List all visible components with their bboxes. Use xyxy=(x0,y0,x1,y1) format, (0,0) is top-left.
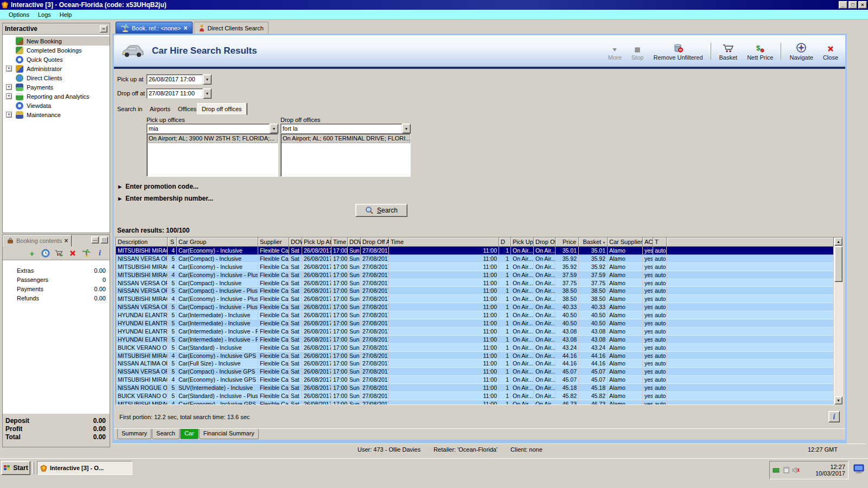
membership-number-expander[interactable]: ▶ Enter membership number... xyxy=(118,195,213,202)
column-header[interactable]: AC xyxy=(643,237,653,247)
result-row[interactable]: BUICK VERANO OR S... 5 Car(Standard) - I… xyxy=(116,392,834,400)
result-row[interactable]: HYUNDAI ELANTRA ... 5 Car(Intermediate) … xyxy=(116,311,834,319)
menu-logs[interactable]: Logs xyxy=(34,10,55,19)
close-panel-icon[interactable]: × xyxy=(64,237,68,245)
tab-close-icon[interactable]: × xyxy=(184,24,188,32)
network-icon[interactable] xyxy=(773,467,781,473)
info-button[interactable]: i xyxy=(828,411,840,422)
result-row[interactable]: NISSAN VERSA OR S... 5 Car(Compact) - In… xyxy=(116,255,834,263)
stop-button[interactable]: Stop xyxy=(627,40,649,63)
column-header[interactable]: S xyxy=(168,237,177,247)
panel-maximize-button[interactable]: □ xyxy=(100,236,108,243)
expand-plus-icon[interactable]: + xyxy=(6,112,12,118)
expand-plus-icon[interactable]: + xyxy=(6,84,12,90)
sidebar-item[interactable]: + Direct Clients xyxy=(3,73,110,82)
remove-unfiltered-button[interactable]: Remove Unfiltered xyxy=(648,40,707,63)
result-row[interactable]: NISSAN VERSA OR S... 5 Car(Compact) - In… xyxy=(116,303,834,311)
window-tray-icon[interactable] xyxy=(783,467,790,473)
pickup-at-field[interactable]: 26/08/2017 17:00 ▼ xyxy=(146,74,212,85)
column-header[interactable]: DOW xyxy=(289,237,302,247)
column-header[interactable]: Car Group xyxy=(177,237,258,247)
result-row[interactable]: BUICK VERANO OR S... 5 Car(Standard) - I… xyxy=(116,344,834,352)
search-in-tab-airports[interactable]: Airports xyxy=(145,104,175,114)
sidebar-item[interactable]: + Viewdata xyxy=(3,101,110,110)
column-header[interactable]: Supplier xyxy=(258,237,289,247)
column-header[interactable]: Pick Up At xyxy=(302,237,331,247)
result-row[interactable]: MITSUBISHI MIRAGE... 4 Car(Economy) - In… xyxy=(116,352,834,360)
chevron-down-icon[interactable]: ▼ xyxy=(402,124,411,133)
basket-button[interactable]: Basket xyxy=(714,40,743,63)
promotion-code-expander[interactable]: ▶ Enter promotion code... xyxy=(118,183,199,190)
tab-direct-clients-search[interactable]: Direct Clients Search xyxy=(194,22,269,34)
clock-icon[interactable] xyxy=(41,249,50,258)
taskbar-task-interactive[interactable]: Interactive [3] - O... xyxy=(37,461,132,475)
sidebar-item[interactable]: + Maintenance xyxy=(3,110,110,119)
palm-tree-icon[interactable] xyxy=(82,249,91,258)
result-row[interactable]: NISSAN VERSA OR S... 5 Car(Compact) - In… xyxy=(116,287,834,295)
expand-plus-icon[interactable]: + xyxy=(6,93,12,99)
column-header[interactable]: Price xyxy=(556,237,579,247)
column-header[interactable] xyxy=(667,237,834,247)
result-row[interactable]: HYUNDAI ELANTRA ... 5 Car(Intermediate) … xyxy=(116,328,834,336)
result-row[interactable]: MITSUBISHI MIRAGE... 4 Car(Economy) - In… xyxy=(116,263,834,271)
sidebar-item[interactable]: + Payments xyxy=(3,82,110,92)
start-button[interactable]: Start xyxy=(1,461,30,475)
menu-options[interactable]: Options xyxy=(4,10,34,19)
maximize-button[interactable]: □ xyxy=(848,1,857,9)
column-header[interactable]: Car Supplier xyxy=(608,237,643,247)
search-in-tab-dropoff-offices[interactable]: Drop off offices xyxy=(197,103,247,115)
column-header[interactable]: Time xyxy=(331,237,348,247)
monitor-icon[interactable] xyxy=(853,464,865,475)
tab-booking-ref[interactable]: Book. ref.: <none> × xyxy=(116,22,193,34)
column-header[interactable]: Drop Off At xyxy=(361,237,389,247)
column-header[interactable]: Basket▼ xyxy=(579,237,608,247)
column-header[interactable]: Description xyxy=(116,237,168,247)
column-header[interactable]: D xyxy=(499,237,511,247)
result-row[interactable]: HYUNDAI ELANTRA ... 5 Car(Intermediate) … xyxy=(116,336,834,344)
sidebar-collapse-button[interactable]: − xyxy=(100,25,107,33)
result-row[interactable]: NISSAN VERSA OR S... 5 Car(Compact) - In… xyxy=(116,279,834,287)
view-tab[interactable]: Car xyxy=(180,429,199,439)
expand-plus-icon[interactable]: + xyxy=(6,66,12,72)
navigate-button[interactable]: Navigate xyxy=(784,40,818,63)
booking-contents-tab[interactable]: Booking contents × xyxy=(3,235,72,247)
column-header[interactable]: Pick Up xyxy=(511,237,534,247)
view-tab[interactable]: Search xyxy=(152,429,180,439)
dropoff-offices-combo[interactable]: fort la ▼ xyxy=(280,124,411,133)
add-item-icon[interactable]: + xyxy=(28,249,36,258)
pickup-offices-combo[interactable]: mia ▼ xyxy=(146,124,278,133)
scrollbar-thumb[interactable] xyxy=(834,246,843,282)
vertical-scrollbar[interactable]: ▲ ▼ xyxy=(834,237,843,404)
more-button[interactable]: More xyxy=(603,40,627,63)
view-tab[interactable]: Summary xyxy=(117,429,151,439)
pickup-office-item[interactable]: On Airport; AL; 3900 NW 25TH ST; FLORIDA… xyxy=(148,134,277,143)
sidebar-item[interactable]: + Completed Bookings xyxy=(3,46,110,55)
chevron-down-icon[interactable]: ▼ xyxy=(203,74,212,85)
quicklaunch-handle[interactable] xyxy=(33,462,34,474)
result-row[interactable]: MITSUBISHI MIRAGE 4 Car(Economy) - Inclu… xyxy=(116,400,834,404)
search-button[interactable]: Search xyxy=(355,204,407,217)
cart-move-icon[interactable] xyxy=(55,249,63,258)
result-row[interactable]: MITSUBISHI MIRAGE... 4 Car(Economy) - In… xyxy=(116,247,834,255)
dropoff-office-item[interactable]: On Airport; AL; 600 TERMINAL DRIVE; FLOR… xyxy=(282,134,410,143)
result-row[interactable]: MITSUBISHI MIRAGE... 4 Car(Economy) - In… xyxy=(116,376,834,384)
speaker-muted-icon[interactable] xyxy=(792,467,800,473)
column-header[interactable]: DOW xyxy=(348,237,361,247)
menu-help[interactable]: Help xyxy=(55,10,76,19)
chevron-down-icon[interactable]: ▼ xyxy=(203,88,212,99)
result-row[interactable]: MITSUBISHI MIRAGE... 4 Car(Economy) - In… xyxy=(116,295,834,303)
minimize-button[interactable]: _ xyxy=(839,1,847,9)
close-window-button[interactable]: × xyxy=(858,1,867,9)
scroll-up-icon[interactable]: ▲ xyxy=(834,237,843,246)
sidebar-item[interactable]: + New Booking xyxy=(3,36,110,46)
result-row[interactable]: NISSAN ROGUE OR S... 5 SUV(Intermediate)… xyxy=(116,384,834,392)
column-header[interactable]: Drop Off xyxy=(534,237,556,247)
result-row[interactable]: HYUNDAI ELANTRA ... 5 Car(Intermediate) … xyxy=(116,319,834,328)
column-header[interactable]: T xyxy=(653,237,667,247)
close-button[interactable]: Close xyxy=(818,40,843,63)
column-header[interactable]: Time xyxy=(389,237,499,247)
dropoff-at-field[interactable]: 27/08/2017 11:00 ▼ xyxy=(146,88,212,99)
chevron-down-icon[interactable]: ▼ xyxy=(270,124,278,133)
info-icon[interactable]: i xyxy=(95,249,104,258)
delete-icon[interactable] xyxy=(68,249,77,258)
